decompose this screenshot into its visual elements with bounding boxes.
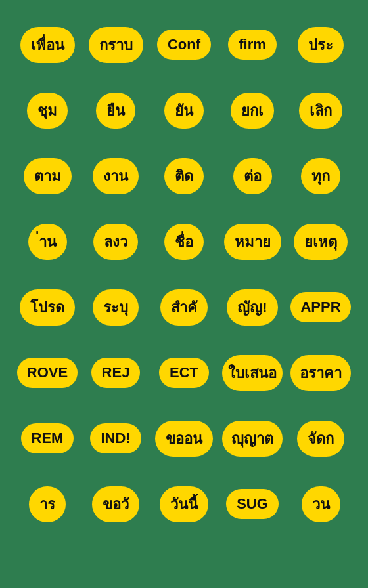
badge-item[interactable]: ลงว bbox=[93, 224, 138, 260]
badge-item[interactable]: ขอวั bbox=[92, 486, 139, 522]
badge-item[interactable]: จัดก bbox=[297, 421, 344, 457]
grid-cell: ญัญ! bbox=[218, 274, 287, 340]
grid-cell: ่าน bbox=[13, 209, 81, 274]
grid-cell: IND! bbox=[81, 406, 150, 471]
grid-cell: ชื่อ bbox=[150, 209, 218, 274]
badge-item[interactable]: APPR bbox=[290, 292, 351, 322]
grid-cell: REJ bbox=[81, 340, 150, 406]
grid-cell: ยกเ bbox=[218, 77, 287, 143]
grid-cell: Conf bbox=[150, 12, 218, 77]
badge-item[interactable]: หมาย bbox=[224, 224, 281, 260]
badge-item[interactable]: ขออน bbox=[155, 421, 213, 457]
badge-item[interactable]: สำคั bbox=[160, 289, 208, 326]
grid-cell: อราคา bbox=[287, 340, 355, 406]
badge-item[interactable]: REM bbox=[21, 423, 74, 453]
grid-cell: SUG bbox=[218, 471, 287, 537]
grid-cell: ชุม bbox=[13, 77, 81, 143]
badge-item[interactable]: ชุม bbox=[27, 93, 68, 129]
grid-cell: โปรด bbox=[13, 274, 81, 340]
grid-cell: ขอวั bbox=[81, 471, 150, 537]
badge-item[interactable]: ตาม bbox=[24, 158, 72, 194]
badge-item[interactable]: Conf bbox=[157, 30, 211, 60]
badge-item[interactable]: วันนี้ bbox=[160, 486, 208, 522]
grid-cell: ใบเสนอ bbox=[218, 340, 287, 406]
badge-item[interactable]: ชื่อ bbox=[164, 224, 204, 260]
grid-cell: firm bbox=[218, 12, 287, 77]
grid-cell: ยืน bbox=[81, 77, 150, 143]
grid-cell: ขออน bbox=[150, 406, 218, 471]
badge-item[interactable]: REJ bbox=[91, 358, 141, 388]
badge-item[interactable]: ญุญาต bbox=[222, 421, 283, 457]
badge-item[interactable]: อราคา bbox=[290, 355, 351, 391]
grid-cell: ROVE bbox=[13, 340, 81, 406]
badge-item[interactable]: ทุก bbox=[301, 158, 340, 194]
grid-cell: ระบุ bbox=[81, 274, 150, 340]
badge-item[interactable]: ติด bbox=[164, 158, 204, 194]
badge-item[interactable]: กราบ bbox=[89, 27, 143, 63]
grid-cell: ประ bbox=[287, 12, 355, 77]
badge-item[interactable]: SUG bbox=[226, 489, 279, 519]
grid-cell: ทุก bbox=[287, 143, 355, 209]
badge-item[interactable]: ใบเสนอ bbox=[222, 355, 283, 391]
grid-cell: เลิก bbox=[287, 77, 355, 143]
badge-item[interactable]: ยัน bbox=[164, 93, 204, 129]
grid-cell: ยเหตุ bbox=[287, 209, 355, 274]
grid-cell: วันนี้ bbox=[150, 471, 218, 537]
badge-item[interactable]: ECT bbox=[159, 358, 209, 388]
grid-cell: ตาม bbox=[13, 143, 81, 209]
grid-cell: วน bbox=[287, 471, 355, 537]
badge-item[interactable]: ยกเ bbox=[231, 93, 274, 129]
grid-cell: จัดก bbox=[287, 406, 355, 471]
badge-item[interactable]: ญัญ! bbox=[227, 289, 277, 326]
grid-cell: เพื่อน bbox=[13, 12, 81, 77]
grid-cell: APPR bbox=[287, 274, 355, 340]
badge-item[interactable]: firm bbox=[228, 30, 277, 60]
badge-item[interactable]: ROVE bbox=[17, 358, 78, 388]
grid-cell: ยัน bbox=[150, 77, 218, 143]
grid-cell: ต่อ bbox=[218, 143, 287, 209]
badge-item[interactable]: วน bbox=[302, 486, 340, 522]
grid-cell: ญุญาต bbox=[218, 406, 287, 471]
grid-cell: ECT bbox=[150, 340, 218, 406]
badge-item[interactable]: โปรด bbox=[20, 289, 75, 326]
badge-item[interactable]: ยืน bbox=[96, 93, 135, 129]
badge-item[interactable]: IND! bbox=[90, 423, 141, 453]
grid-cell: กราบ bbox=[81, 12, 150, 77]
badge-item[interactable]: ประ bbox=[298, 27, 344, 63]
badge-item[interactable]: าร bbox=[29, 486, 66, 522]
grid-cell: ติด bbox=[150, 143, 218, 209]
badge-item[interactable]: งาน bbox=[93, 158, 139, 194]
grid-cell: ลงว bbox=[81, 209, 150, 274]
badge-grid: เพื่อนกราบConffirmประชุมยืนยันยกเเลิกตาม… bbox=[13, 12, 355, 537]
grid-cell: สำคั bbox=[150, 274, 218, 340]
badge-item[interactable]: เลิก bbox=[299, 93, 342, 129]
badge-item[interactable]: เพื่อน bbox=[20, 27, 75, 63]
badge-item[interactable]: ต่อ bbox=[233, 158, 272, 194]
grid-cell: าร bbox=[13, 471, 81, 537]
badge-item[interactable]: ่าน bbox=[28, 224, 67, 260]
badge-item[interactable]: ระบุ bbox=[93, 289, 139, 326]
grid-cell: งาน bbox=[81, 143, 150, 209]
grid-cell: REM bbox=[13, 406, 81, 471]
grid-cell: หมาย bbox=[218, 209, 287, 274]
badge-item[interactable]: ยเหตุ bbox=[294, 224, 348, 260]
